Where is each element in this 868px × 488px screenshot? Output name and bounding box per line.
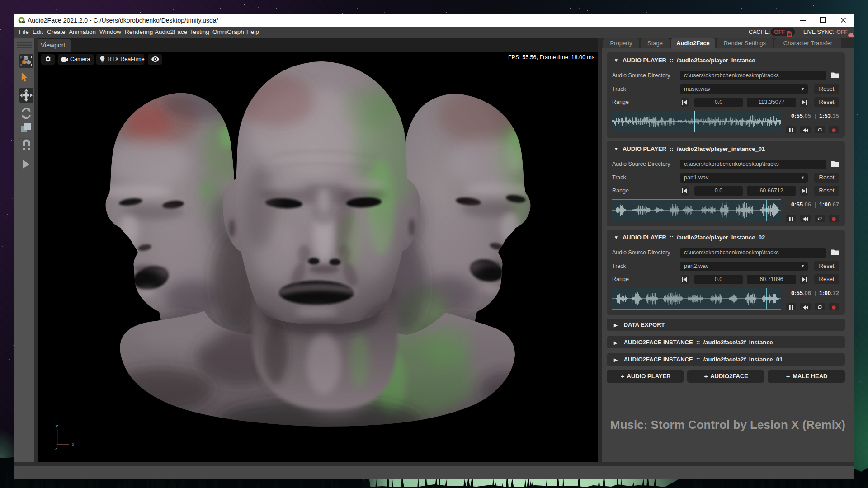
svg-text:Z: Z <box>55 446 58 451</box>
svg-text:X: X <box>71 442 75 447</box>
svg-text:Y: Y <box>55 424 59 429</box>
